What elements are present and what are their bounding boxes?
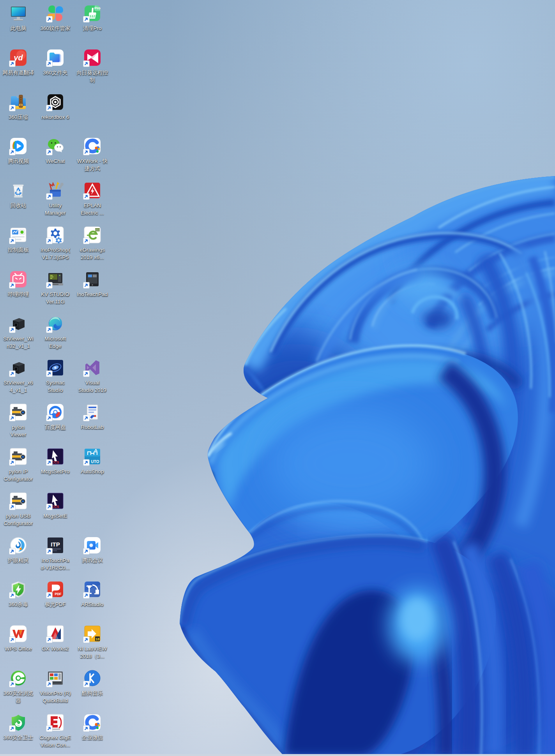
svg-text:ITP: ITP (51, 541, 60, 548)
svg-text:CCS: CCS (51, 460, 59, 464)
svg-text:18: 18 (95, 637, 99, 641)
svg-text:2019: 2019 (94, 229, 100, 231)
svg-text:CCS: CCS (51, 505, 59, 509)
svg-text:Pro: Pro (94, 6, 101, 10)
svg-text:PDF: PDF (55, 592, 61, 596)
svg-text:UTO: UTO (91, 460, 99, 464)
